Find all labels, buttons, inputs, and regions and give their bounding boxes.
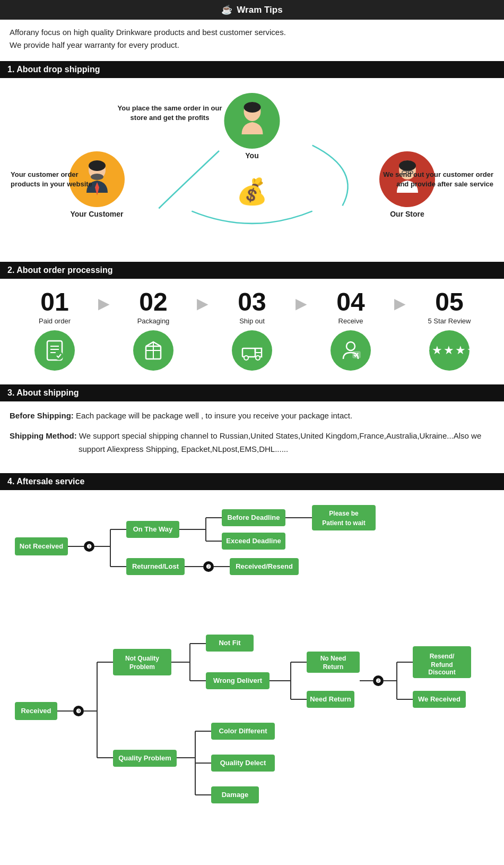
step-4-icon: [331, 330, 371, 371]
aftersale-bottom-flow: Received ❸ Not Quality Problem Quality P…: [10, 614, 487, 816]
wram-header: ☕ Wram Tips: [0, 0, 504, 20]
step-3-number: 03: [238, 289, 266, 315]
svg-text:On The Way: On The Way: [133, 525, 173, 533]
arrow-4: ▶: [394, 289, 406, 312]
svg-text:Received: Received: [21, 707, 51, 715]
svg-text:❶: ❶: [86, 543, 92, 550]
shipping-label1: Before Shipping:: [10, 411, 74, 420]
step-3: 03 Ship out: [210, 289, 294, 371]
svg-text:Quality Problem: Quality Problem: [118, 754, 171, 762]
svg-point-1: [244, 102, 260, 113]
step-1-number: 01: [40, 289, 68, 315]
aftersale-top-flow: Not Received ❶ On The Way Returned/Lost …: [10, 498, 487, 604]
shipping-section: Before Shipping: Each package will be pa…: [0, 401, 504, 470]
svg-point-21: [244, 356, 248, 360]
step-5: 05 5 Star Review ★★★★★: [407, 289, 492, 371]
svg-text:Need Return: Need Return: [310, 695, 351, 703]
step-3-label: Ship out: [239, 317, 265, 325]
you-label: You: [245, 151, 258, 160]
stars: ★★★★★: [420, 344, 479, 357]
svg-point-23: [346, 342, 355, 350]
svg-point-15: [55, 352, 63, 360]
desc-you: You place the same order in our store an…: [111, 104, 228, 123]
svg-text:Please be: Please be: [329, 510, 359, 517]
desc-store: We send out your customer order and prov…: [377, 170, 493, 189]
svg-point-7: [399, 160, 416, 171]
svg-text:Received/Resend: Received/Resend: [236, 562, 293, 570]
svg-text:Not Quality: Not Quality: [125, 655, 159, 662]
svg-rect-19: [242, 348, 255, 357]
dropship-diagram: You place the same order in our store an…: [5, 88, 499, 247]
order-section: 01 Paid order ▶ 02 Packaging: [0, 279, 504, 381]
shipping-text1: Each package will be package well , to i…: [76, 411, 352, 420]
svg-text:Patient to wait: Patient to wait: [322, 519, 365, 527]
svg-text:Not Fit: Not Fit: [219, 639, 241, 647]
svg-text:Before Deadline: Before Deadline: [228, 513, 280, 521]
shipping-label2: Shipping Method:: [10, 431, 77, 440]
svg-text:No Need: No Need: [320, 655, 346, 662]
svg-text:Quality Delect: Quality Delect: [220, 759, 266, 767]
svg-point-3: [89, 160, 106, 171]
svg-text:Color Different: Color Different: [219, 727, 268, 735]
svg-text:Refund: Refund: [431, 661, 453, 669]
store-label: Our Store: [390, 210, 424, 218]
step-1-icon: [34, 330, 75, 371]
svg-rect-64: [113, 649, 171, 675]
step-1-label: Paid order: [39, 317, 71, 325]
section-order-header: 2. About order processing: [0, 262, 504, 279]
step-3-icon: [232, 330, 272, 371]
svg-text:Resend/: Resend/: [430, 653, 455, 660]
cup-icon: ☕: [221, 4, 232, 15]
shipping-text2: We support special shipping channel to R…: [79, 431, 481, 454]
arrow-1: ▶: [98, 289, 110, 312]
step-2: 02 Packaging: [111, 289, 196, 371]
section-dropship-header: 1. About drop shipping: [0, 61, 504, 78]
steps-row: 01 Paid order ▶ 02 Packaging: [5, 289, 499, 371]
section-shipping-header: 3. About shipping: [0, 384, 504, 401]
svg-text:Wrong Delivert: Wrong Delivert: [213, 676, 263, 684]
intro-text: Afforany focus on high quality Drinkware…: [0, 20, 504, 58]
svg-text:Exceed Deadline: Exceed Deadline: [226, 537, 281, 545]
step-4-label: Receive: [338, 317, 363, 325]
svg-text:❸: ❸: [76, 708, 81, 714]
arrow-2: ▶: [197, 289, 208, 312]
step-5-icon: ★★★★★: [429, 330, 470, 371]
svg-text:Discount: Discount: [428, 669, 455, 676]
svg-text:❷: ❷: [376, 678, 381, 684]
step-4-number: 04: [336, 289, 364, 315]
intro-content: Afforany focus on high quality Drinkware…: [10, 28, 286, 49]
step-5-number: 05: [435, 289, 463, 315]
svg-text:Not Received: Not Received: [20, 542, 63, 550]
step-5-label: 5 Star Review: [428, 317, 471, 325]
svg-text:Return: Return: [323, 663, 344, 671]
section-aftersale-header: 4. Aftersale service: [0, 473, 504, 490]
desc-customer: Your customer order products in your web…: [11, 170, 106, 189]
step-4: 04 Receive: [308, 289, 393, 371]
svg-text:❷: ❷: [206, 563, 211, 570]
svg-text:Problem: Problem: [129, 663, 155, 671]
svg-text:We Received: We Received: [418, 695, 460, 703]
node-you: You: [224, 93, 280, 160]
svg-text:Returned/Lost: Returned/Lost: [132, 562, 179, 570]
shipping-para2: Shipping Method: We support special ship…: [10, 429, 494, 456]
arrow-3: ▶: [296, 289, 307, 312]
customer-label: Your Customer: [70, 210, 123, 218]
svg-text:Damage: Damage: [222, 791, 249, 799]
dropship-section: You place the same order in our store an…: [0, 78, 504, 259]
step-2-icon: [133, 330, 173, 371]
header-title: Wram Tips: [237, 5, 282, 15]
you-circle: [224, 93, 280, 149]
svg-point-22: [256, 356, 260, 360]
money-center: 💰: [236, 177, 268, 207]
shipping-para1: Before Shipping: Each package will be pa…: [10, 409, 494, 423]
step-1: 01 Paid order: [12, 289, 97, 371]
step-2-number: 02: [139, 289, 167, 315]
aftersale-section: Not Received ❶ On The Way Returned/Lost …: [0, 490, 504, 824]
step-2-label: Packaging: [137, 317, 170, 325]
